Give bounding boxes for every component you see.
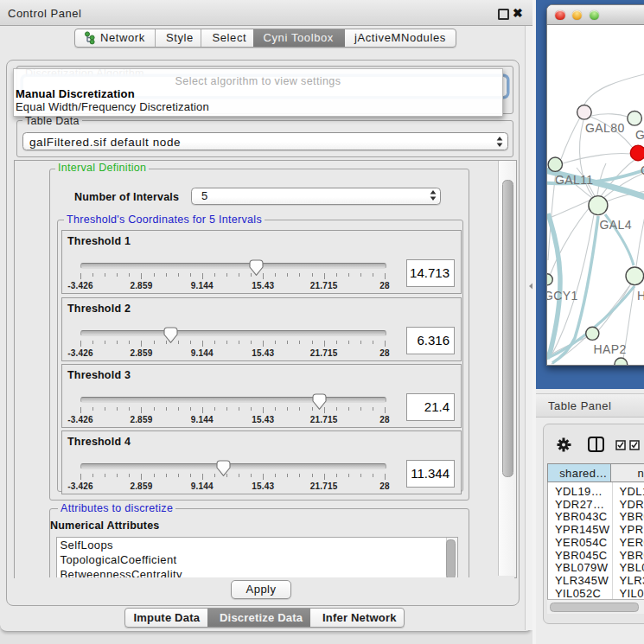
svg-text:GAL3: GAL3 [635,128,644,142]
svg-text:CRM1: CRM1 [641,163,644,177]
svg-text:HAP2: HAP2 [594,342,627,356]
svg-text:GCY1: GCY1 [547,289,578,303]
svg-text:GAL80: GAL80 [585,121,625,135]
svg-text:HAP4: HAP4 [637,289,644,303]
svg-text:GAL11: GAL11 [555,173,594,187]
svg-text:GAL4: GAL4 [600,218,632,232]
